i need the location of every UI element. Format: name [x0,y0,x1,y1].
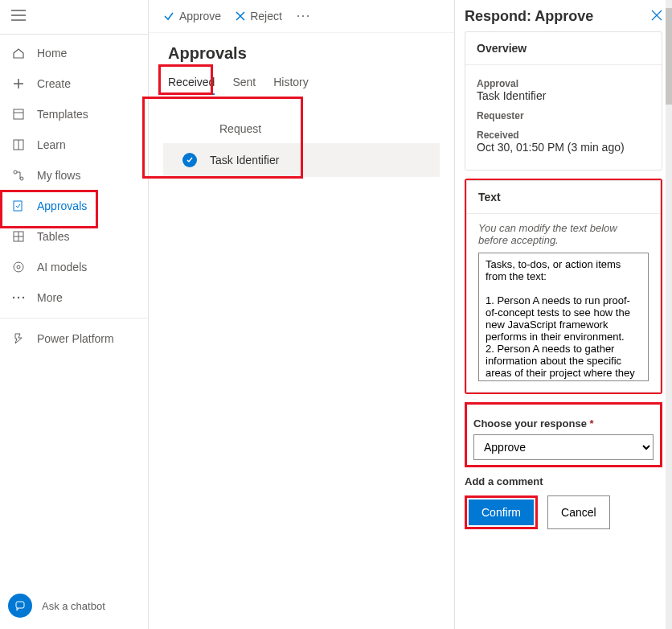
respond-panel: Respond: Approve Overview Approval Task … [455,0,672,629]
overview-heading: Overview [465,32,662,65]
confirm-button[interactable]: Confirm [469,500,534,525]
plus-icon [11,76,26,91]
nav-label: Home [37,47,67,60]
svg-point-14 [307,15,309,17]
svg-point-12 [297,15,299,17]
cancel-button[interactable]: Cancel [547,495,610,529]
ellipsis-icon [297,14,309,18]
svg-point-3 [20,177,23,180]
table-row[interactable]: Task Identifier [163,143,440,177]
close-icon [651,10,662,21]
action-bar: Approve Reject [149,0,454,33]
column-header: Request [163,114,440,143]
nav-power-platform[interactable]: Power Platform [0,323,148,354]
approval-icon [11,199,26,213]
check-icon [163,10,174,22]
grid-icon [11,229,26,244]
nav-label: Tables [37,230,69,243]
nav-label: Learn [37,138,66,151]
svg-rect-0 [14,109,23,119]
response-section: Choose your response * Approve [465,402,662,467]
nav-label: Templates [37,108,88,121]
nav-label: More [37,291,63,304]
requester-label: Requester [477,110,650,121]
panel-title: Respond: Approve [465,8,593,25]
more-actions[interactable] [297,14,309,18]
tabs: Received Sent History [149,68,454,100]
approve-action[interactable]: Approve [163,10,221,23]
nav-tables[interactable]: Tables [0,221,148,252]
close-button[interactable] [651,8,662,25]
nav-learn[interactable]: Learn [0,130,148,160]
overview-card: Overview Approval Task Identifier Reques… [465,31,662,171]
nav-ai-models[interactable]: AI models [0,252,148,282]
nav-list: Home Create Templates Learn My flows App… [0,35,148,354]
flow-icon [11,168,26,183]
nav-label: Power Platform [37,332,114,345]
template-icon [11,107,26,121]
panel-scrollbar[interactable] [666,0,672,629]
approval-label: Approval [477,78,650,89]
svg-point-10 [23,297,24,298]
text-heading: Text [467,181,660,214]
scrollbar-thumb[interactable] [666,8,672,105]
text-card: Text You can modify the text below befor… [465,179,662,394]
more-icon [11,290,26,305]
highlight-confirm: Confirm [465,495,538,529]
svg-point-7 [17,265,20,269]
book-icon [11,138,26,152]
hamburger-button[interactable] [0,0,148,35]
nav-label: Approvals [37,199,87,212]
comment-label: Add a comment [465,475,662,487]
nav-label: Create [37,77,71,90]
left-sidebar: Home Create Templates Learn My flows App… [0,0,149,629]
x-icon [236,11,245,21]
row-title: Task Identifier [210,154,279,166]
approve-label: Approve [179,10,221,23]
home-icon [11,46,26,60]
nav-my-flows[interactable]: My flows [0,160,148,191]
svg-point-6 [14,262,23,272]
ai-icon [11,260,26,274]
nav-more[interactable]: More [0,282,148,313]
tab-sent[interactable]: Sent [232,76,256,95]
nav-approvals[interactable]: Approvals [0,191,148,221]
text-input[interactable] [478,253,649,381]
svg-point-9 [18,297,19,298]
hamburger-icon [11,10,26,21]
main-content: Approve Reject Approvals Received Sent H… [149,0,455,629]
svg-point-13 [302,15,304,17]
nav-home[interactable]: Home [0,38,148,68]
svg-point-8 [13,297,14,298]
nav-templates[interactable]: Templates [0,99,148,130]
chatbot-icon [8,594,32,618]
tab-received[interactable]: Received [168,76,215,95]
tab-history[interactable]: History [273,76,309,95]
pp-icon [11,331,26,346]
reject-label: Reject [250,10,282,23]
nav-divider [0,318,148,319]
svg-point-2 [14,171,17,174]
required-asterisk: * [590,417,594,430]
nav-create[interactable]: Create [0,68,148,99]
chatbot-button[interactable]: Ask a chatbot [8,594,105,618]
received-label: Received [477,130,650,141]
page-title: Approvals [149,33,454,68]
svg-rect-11 [16,602,24,608]
chatbot-label: Ask a chatbot [42,600,105,612]
svg-rect-4 [14,201,22,211]
text-hint: You can modify the text below before acc… [478,222,649,246]
nav-label: AI models [37,261,87,273]
reject-action[interactable]: Reject [236,10,282,23]
response-select[interactable]: Approve [473,434,654,460]
response-label: Choose your response * [473,417,654,430]
approval-value: Task Identifier [477,89,650,102]
nav-label: My flows [37,169,80,182]
row-check-icon [182,153,197,167]
table: Request Task Identifier [149,100,454,177]
received-value: Oct 30, 01:50 PM (3 min ago) [477,141,650,154]
